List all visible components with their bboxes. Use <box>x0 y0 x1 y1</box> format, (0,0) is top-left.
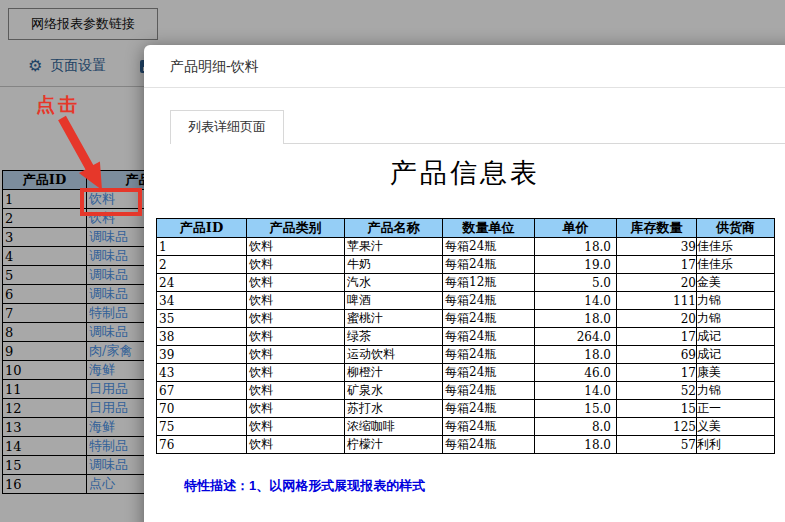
table-cell: 111 <box>617 292 697 310</box>
table-cell: 43 <box>157 364 247 382</box>
table-row: 2饮料牛奶每箱24瓶19.017佳佳乐 <box>157 256 775 274</box>
table-row: 43饮料柳橙汁每箱24瓶46.017康美 <box>157 364 775 382</box>
tab-list-detail-page[interactable]: 列表详细页面 <box>170 110 284 144</box>
table-cell: 39 <box>157 346 247 364</box>
table-cell: 39 <box>617 238 697 256</box>
table-row: 24饮料汽水每箱12瓶5.020金美 <box>157 274 775 292</box>
table-cell: 浓缩咖啡 <box>345 418 443 436</box>
table-cell: 18.0 <box>535 238 617 256</box>
column-header: 单价 <box>535 219 617 238</box>
table-cell: 46.0 <box>535 364 617 382</box>
table-cell: 佳佳乐 <box>697 238 775 256</box>
table-cell: 金美 <box>697 274 775 292</box>
column-header: 产品类别 <box>247 219 345 238</box>
table-cell: 14.0 <box>535 292 617 310</box>
table-cell: 15.0 <box>535 400 617 418</box>
table-row: 76饮料柠檬汁每箱24瓶18.057利利 <box>157 436 775 454</box>
table-cell: 17 <box>617 256 697 274</box>
table-row: 1饮料苹果汁每箱24瓶18.039佳佳乐 <box>157 238 775 256</box>
table-cell: 每箱24瓶 <box>443 436 535 454</box>
table-cell: 运动饮料 <box>345 346 443 364</box>
modal-title: 产品明细-饮料 <box>144 45 785 88</box>
table-cell: 18.0 <box>535 310 617 328</box>
table-cell: 2 <box>157 256 247 274</box>
table-cell: 14.0 <box>535 382 617 400</box>
table-cell: 力锦 <box>697 382 775 400</box>
table-cell: 19.0 <box>535 256 617 274</box>
table-cell: 17 <box>617 364 697 382</box>
table-cell: 18.0 <box>535 436 617 454</box>
table-cell: 264.0 <box>535 328 617 346</box>
table-cell: 17 <box>617 328 697 346</box>
highlight-red-box <box>80 188 142 216</box>
table-row: 35饮料蜜桃汁每箱24瓶18.020力锦 <box>157 310 775 328</box>
table-cell: 每箱12瓶 <box>443 274 535 292</box>
table-cell: 67 <box>157 382 247 400</box>
report-header-row: 产品ID产品类别产品名称数量单位单价库存数量供货商 <box>157 219 775 238</box>
table-cell: 69 <box>617 346 697 364</box>
table-cell: 成记 <box>697 328 775 346</box>
table-cell: 正一 <box>697 400 775 418</box>
table-cell: 每箱24瓶 <box>443 256 535 274</box>
table-cell: 利利 <box>697 436 775 454</box>
table-cell: 成记 <box>697 346 775 364</box>
table-cell: 125 <box>617 418 697 436</box>
table-cell: 76 <box>157 436 247 454</box>
table-cell: 饮料 <box>247 400 345 418</box>
table-cell: 每箱24瓶 <box>443 382 535 400</box>
table-cell: 牛奶 <box>345 256 443 274</box>
table-cell: 汽水 <box>345 274 443 292</box>
table-cell: 5.0 <box>535 274 617 292</box>
table-cell: 每箱24瓶 <box>443 364 535 382</box>
table-cell: 饮料 <box>247 382 345 400</box>
product-info-table: 产品ID产品类别产品名称数量单位单价库存数量供货商 1饮料苹果汁每箱24瓶18.… <box>156 218 775 454</box>
table-cell: 35 <box>157 310 247 328</box>
table-cell: 饮料 <box>247 310 345 328</box>
table-cell: 力锦 <box>697 292 775 310</box>
table-cell: 24 <box>157 274 247 292</box>
table-row: 38饮料绿茶每箱24瓶264.017成记 <box>157 328 775 346</box>
table-cell: 34 <box>157 292 247 310</box>
table-cell: 每箱24瓶 <box>443 310 535 328</box>
table-cell: 饮料 <box>247 292 345 310</box>
table-cell: 蜜桃汁 <box>345 310 443 328</box>
column-header: 产品ID <box>157 219 247 238</box>
column-header: 供货商 <box>697 219 775 238</box>
table-cell: 饮料 <box>247 274 345 292</box>
table-cell: 57 <box>617 436 697 454</box>
tab-label: 列表详细页面 <box>188 119 266 134</box>
table-cell: 20 <box>617 310 697 328</box>
report-title: 产品信息表 <box>156 155 774 191</box>
table-row: 39饮料运动饮料每箱24瓶18.069成记 <box>157 346 775 364</box>
table-cell: 苹果汁 <box>345 238 443 256</box>
table-cell: 每箱24瓶 <box>443 328 535 346</box>
table-row: 67饮料矿泉水每箱24瓶14.052力锦 <box>157 382 775 400</box>
table-cell: 每箱24瓶 <box>443 292 535 310</box>
table-cell: 70 <box>157 400 247 418</box>
table-cell: 苏打水 <box>345 400 443 418</box>
table-cell: 1 <box>157 238 247 256</box>
table-cell: 绿茶 <box>345 328 443 346</box>
table-cell: 每箱24瓶 <box>443 400 535 418</box>
table-cell: 力锦 <box>697 310 775 328</box>
table-cell: 每箱24瓶 <box>443 346 535 364</box>
table-cell: 佳佳乐 <box>697 256 775 274</box>
product-detail-modal: 产品明细-饮料 列表详细页面 产品信息表 产品ID产品类别产品名称数量单位单价库… <box>144 45 785 522</box>
feature-note: 特性描述：1、以网格形式展现报表的样式 <box>184 477 425 495</box>
table-cell: 饮料 <box>247 256 345 274</box>
table-cell: 啤酒 <box>345 292 443 310</box>
table-cell: 每箱24瓶 <box>443 418 535 436</box>
table-cell: 饮料 <box>247 346 345 364</box>
table-cell: 75 <box>157 418 247 436</box>
table-cell: 每箱24瓶 <box>443 238 535 256</box>
table-cell: 饮料 <box>247 436 345 454</box>
column-header: 产品名称 <box>345 219 443 238</box>
table-row: 75饮料浓缩咖啡每箱24瓶8.0125义美 <box>157 418 775 436</box>
table-cell: 柠檬汁 <box>345 436 443 454</box>
table-cell: 康美 <box>697 364 775 382</box>
column-header: 库存数量 <box>617 219 697 238</box>
table-cell: 8.0 <box>535 418 617 436</box>
table-cell: 矿泉水 <box>345 382 443 400</box>
table-cell: 饮料 <box>247 238 345 256</box>
table-cell: 38 <box>157 328 247 346</box>
